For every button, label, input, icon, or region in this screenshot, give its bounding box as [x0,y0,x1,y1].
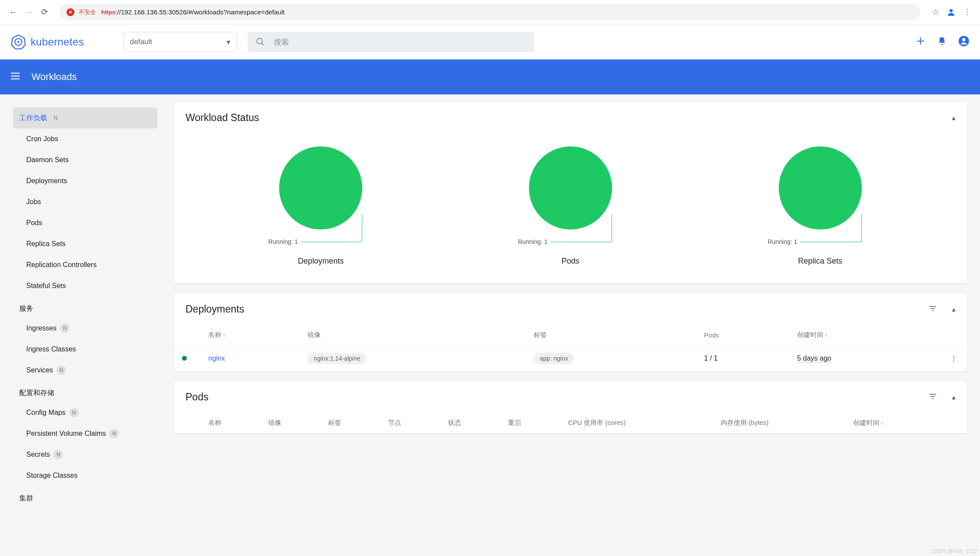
profile-icon[interactable] [943,4,959,20]
sidebar-item-label: Daemon Sets [26,156,69,164]
search-box[interactable]: 搜索 [248,32,534,52]
watermark: CSDN @Fish_1112 [931,548,977,554]
chart-label: Replica Sets [798,257,842,266]
account-icon[interactable] [958,35,970,49]
label-chip: app: nginx [534,353,574,364]
col-name[interactable]: 名称↑ [200,325,300,346]
pods-count: 1 / 1 [696,346,789,372]
col-pods[interactable]: Pods [696,325,789,346]
search-icon [256,37,265,47]
sidebar-item-label: Stateful Sets [26,282,66,290]
deployments-table: 名称↑ 镜像 标签 Pods 创建时间↑ nginx nginx:1.14-al… [174,325,967,371]
kubernetes-icon [10,34,26,50]
sidebar-item-cronjobs[interactable]: Cron Jobs [13,129,158,149]
collapse-icon[interactable]: ▴ [952,114,956,122]
content-area: Workload Status ▴ Running: 1 Deployments… [171,94,980,556]
collapse-icon[interactable]: ▴ [952,393,956,401]
sidebar-item-label: Services [26,366,53,374]
col-cpu[interactable]: CPU 使用率 (cores) [560,413,712,433]
sidebar-item-daemonsets[interactable]: Daemon Sets [13,149,158,170]
card-title: Workload Status [186,112,259,124]
filter-icon[interactable] [928,392,937,403]
svg-line-5 [262,43,264,45]
sidebar-item-label: Pods [26,219,42,227]
sidebar-item-deployments[interactable]: Deployments [13,170,158,191]
sidebar-item-statefulsets[interactable]: Stateful Sets [13,275,158,296]
forward-button[interactable]: → [21,4,37,20]
chart-legend: Running: 1 [518,238,623,245]
image-chip: nginx:1.14-alpine [308,353,367,364]
col-restarts[interactable]: 重启 [500,413,560,433]
sidebar-item-pvc[interactable]: Persistent Volume ClaimsN [13,423,158,444]
sidebar-item-label: Ingress Classes [26,345,76,353]
col-node[interactable]: 节点 [380,413,440,433]
sidebar-item-label: Deployments [26,177,67,185]
hamburger-menu[interactable] [10,70,21,83]
sidebar-item-configmaps[interactable]: Config MapsN [13,402,158,423]
back-button[interactable]: ← [5,4,21,20]
url-path: ://192.168.136.55:30526/#/workloads?name… [116,8,285,16]
chart-label: Deployments [298,257,344,266]
sidebar-item-label: Replica Sets [26,240,66,248]
url-bar[interactable]: ✕ 不安全 https ://192.168.136.55:30526/#/wo… [60,4,920,21]
pie-chart [279,146,362,229]
svg-point-9 [962,38,966,42]
namespace-badge: N [51,113,60,123]
status-dot-icon [182,356,187,361]
pods-card: Pods ▴ 名称 镜像 标签 节点 状态 重启 CPU 使用率 (cores)… [174,382,967,433]
col-status[interactable]: 状态 [440,413,500,433]
col-image[interactable]: 镜像 [300,325,526,346]
sidebar-item-pods[interactable]: Pods [13,212,158,233]
col-labels[interactable]: 标签 [526,325,696,346]
col-created[interactable]: 创建时间↑ [789,325,941,346]
card-title: Pods [186,391,208,403]
reload-button[interactable]: ⟳ [37,4,52,20]
sidebar-header-cluster: 集群 [13,486,158,507]
insecure-icon: ✕ [66,8,74,16]
card-title: Deployments [186,303,244,315]
pie-chart [529,146,612,229]
row-menu-icon[interactable]: ⋮ [941,346,967,372]
col-name[interactable]: 名称 [200,413,260,433]
pods-table: 名称 镜像 标签 节点 状态 重启 CPU 使用率 (cores) 内存使用 (… [174,413,967,433]
insecure-label: 不安全 [79,8,96,16]
chart-replicasets: Running: 1 Replica Sets [768,146,873,266]
namespace-selected: default [130,38,152,46]
kubernetes-logo[interactable]: kubernetes [10,34,84,50]
sidebar-item-workloads[interactable]: 工作负载 N [13,108,158,129]
chart-label: Pods [561,257,579,266]
sidebar-header-services: 服务 [13,296,158,318]
sidebar: 工作负载 N Cron Jobs Daemon Sets Deployments… [0,94,171,556]
app-bar: kubernetes default ▾ 搜索 [0,24,980,59]
sidebar-item-secrets[interactable]: SecretsN [13,444,158,465]
collapse-icon[interactable]: ▴ [952,305,956,313]
sidebar-item-replicasets[interactable]: Replica Sets [13,233,158,254]
sidebar-item-ingresses[interactable]: IngressesN [13,318,158,339]
title-bar: Workloads [0,59,980,94]
deployment-link[interactable]: nginx [208,354,225,362]
sidebar-item-storageclasses[interactable]: Storage Classes [13,465,158,486]
chart-pods: Running: 1 Pods [518,146,623,266]
table-row[interactable]: nginx nginx:1.14-alpine app: nginx 1 / 1… [174,346,967,372]
col-image[interactable]: 镜像 [260,413,320,433]
sidebar-item-ingressclasses[interactable]: Ingress Classes [13,339,158,360]
namespace-select[interactable]: default ▾ [123,32,237,52]
col-memory[interactable]: 内存使用 (bytes) [713,413,845,433]
filter-icon[interactable] [928,304,937,315]
col-labels[interactable]: 标签 [320,413,380,433]
sidebar-item-replicationcontrollers[interactable]: Replication Controllers [13,254,158,275]
chevron-down-icon: ▾ [227,38,231,47]
bookmark-icon[interactable]: ☆ [928,4,943,20]
svg-point-4 [257,38,262,44]
sidebar-item-label: Storage Classes [26,472,77,480]
sidebar-item-services[interactable]: ServicesN [13,360,158,381]
sidebar-item-jobs[interactable]: Jobs [13,191,158,212]
sidebar-item-label: Replication Controllers [26,261,97,269]
create-button[interactable] [915,36,926,48]
url-protocol: https [101,8,116,16]
col-created[interactable]: 创建时间↑ [845,413,941,433]
browser-menu-icon[interactable]: ⋮ [959,4,975,20]
created-time: 5 days ago [797,354,831,362]
namespace-badge: N [56,365,66,375]
notifications-icon[interactable] [937,36,947,48]
